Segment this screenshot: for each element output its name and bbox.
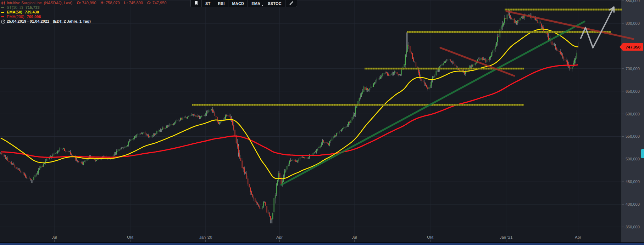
flag-icon [194, 1, 198, 6]
watchlist-flag-button[interactable] [191, 0, 202, 7]
price-axis-label: 700,000 [626, 67, 640, 71]
supertrend-swatch [1, 7, 4, 8]
instrument-legend-row[interactable]: Intuitive Surgical Inc. (NASDAQ, Last)O:… [1, 1, 166, 5]
time-axis-label: Okt [127, 235, 134, 239]
time-axis-label: Jul [52, 235, 57, 239]
indicator-value: 709,096 [27, 15, 41, 19]
last-price-badge: 747,950 [620, 43, 643, 51]
charting-app: { "toolbar": { "buttons": [ {"id": "watc… [0, 0, 644, 245]
time-axis-label: Jan '20 [199, 235, 212, 239]
toolbar-button-macd[interactable]: MACD [228, 0, 248, 7]
candlestick-icon [1, 1, 7, 5]
price-axis-label: 600,000 [626, 112, 640, 116]
chart-canvas[interactable]: 850,000800,000700,000650,000600,000550,0… [0, 0, 644, 245]
chart-legend: Intuitive Surgical Inc. (NASDAQ, Last)O:… [1, 1, 166, 24]
clock-icon [1, 19, 7, 24]
indicator-toolbar: ST RSI MACD EMA SSTOC [190, 0, 297, 7]
price-axis-label: 800,000 [626, 21, 640, 25]
bottom-divider [0, 243, 644, 244]
price-axis-label: 400,000 [626, 202, 640, 206]
time-axis-label: Apr [575, 235, 581, 239]
date-range-detail: (EDT, 2 Jahre, 1 Tag) [53, 19, 91, 24]
toolbar-button-sstoc[interactable]: SSTOC [264, 0, 285, 7]
floating-widget-fragment[interactable] [641, 149, 644, 158]
date-range-row[interactable]: 25.04.2019 - 01.04.2021 (EDT, 2 Jahre, 1… [1, 19, 166, 24]
indicator-legend-ema50[interactable]: EMA(50) 739,430 [1, 10, 166, 15]
price-axis-label: 450,000 [626, 180, 640, 184]
toolbar-button-rsi[interactable]: RSI [214, 0, 228, 7]
date-range-text: 25.04.2019 - 01.04.2021 [7, 19, 49, 24]
time-axis-label: Jul [352, 235, 357, 239]
indicator-label: EMA(50) [7, 10, 22, 15]
indicator-label: EMA(200) [7, 15, 24, 19]
ema50-swatch [1, 12, 4, 13]
last-price-badge-text: 747,950 [626, 45, 640, 49]
price-axis-label: 850,000 [626, 0, 640, 3]
instrument-title: Intuitive Surgical Inc. (NASDAQ, Last) [7, 1, 72, 5]
price-axis-label: 650,000 [626, 89, 640, 93]
time-axis-label: Apr [276, 235, 283, 239]
dropdown-corner-triangle [262, 5, 263, 6]
indicator-value: 739,430 [25, 10, 39, 15]
price-axis-label: 550,000 [626, 134, 640, 138]
price-axis-label: 500,000 [626, 157, 640, 161]
price-axis-label: 350,000 [626, 225, 640, 229]
indicator-value: 715,733 [26, 5, 40, 10]
brush-icon [289, 1, 293, 6]
toolbar-button-ema[interactable]: EMA [248, 0, 264, 7]
draw-tool-button[interactable] [285, 0, 297, 7]
toolbar-button-st[interactable]: ST [202, 0, 214, 7]
time-axis-label: Okt [427, 235, 434, 239]
indicator-legend-supertrend[interactable]: ST(10, 2) 715,733 [1, 5, 166, 10]
ema200-swatch [1, 16, 4, 17]
time-axis-label: Jan '21 [500, 235, 513, 239]
indicator-label: ST(10, 2) [7, 5, 23, 10]
bottom-blue-bar [0, 243, 644, 245]
indicator-legend-ema200[interactable]: EMA(200) 709,096 [1, 15, 166, 19]
